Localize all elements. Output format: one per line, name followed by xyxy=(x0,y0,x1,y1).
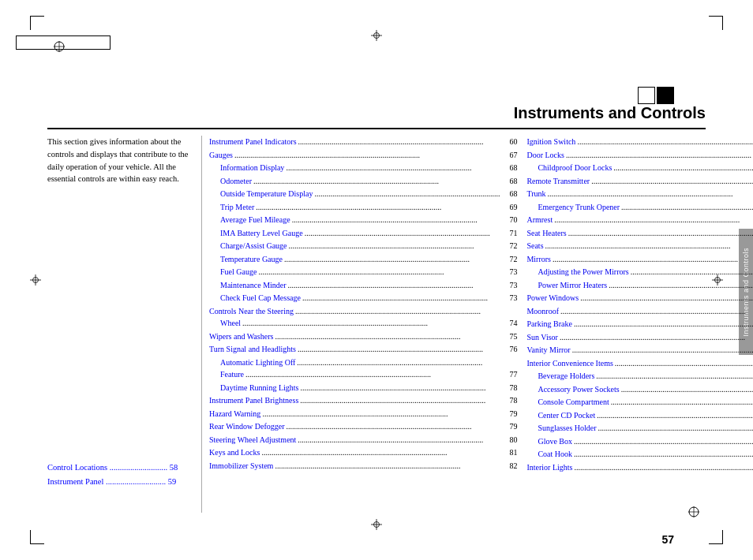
toc-link[interactable]: Turn Signal and Headlights xyxy=(209,343,296,356)
toc-link[interactable]: Center CD Pocket xyxy=(538,409,595,422)
toc-link[interactable]: Information Display xyxy=(220,162,284,174)
toc-entry: Sun Visor99 xyxy=(526,331,753,345)
toc-link[interactable]: Power Windows xyxy=(526,292,579,304)
toc-link[interactable]: Interior Lights xyxy=(526,461,572,474)
toc-entry: Keys and Locks81 xyxy=(209,446,517,460)
toc-entry: Gauges67 xyxy=(209,149,517,162)
toc-entry: Fuel Gauge73 xyxy=(209,266,517,279)
toc-entry: Emergency Trunk Opener89 xyxy=(526,201,753,215)
toc-link[interactable]: Adjusting the Power Mirrors xyxy=(538,266,628,278)
toc-link[interactable]: Door Locks xyxy=(526,149,564,162)
toc-entry: Feature77 xyxy=(209,368,517,382)
toc-entry: Adjusting the Power Mirrors93 xyxy=(526,266,753,279)
toc-entry: Center CD Pocket101 xyxy=(526,409,753,423)
toc-link[interactable]: Temperature Gauge xyxy=(220,253,283,266)
toc-entry: Temperature Gauge72 xyxy=(209,253,517,267)
toc-link[interactable]: Coat Hook xyxy=(538,448,572,461)
toc-entry: Average Fuel Mileage70 xyxy=(209,214,517,227)
toc-entry: Charge/Assist Gauge72 xyxy=(209,240,517,253)
toc-entry: Glove Box102 xyxy=(526,435,753,449)
toc-entry: Turn Signal and Headlights76 xyxy=(209,343,517,357)
header-rule xyxy=(47,128,706,129)
toc-link[interactable]: Odometer xyxy=(220,175,252,188)
toc-link[interactable]: Automatic Lighting Off xyxy=(220,357,295,369)
toc-link[interactable]: Daytime Running Lights xyxy=(220,382,298,394)
cross-left xyxy=(30,274,41,286)
toc-link[interactable]: Power Mirror Heaters xyxy=(538,279,607,292)
toc-link[interactable]: Moonroof xyxy=(526,305,559,318)
toc-link[interactable]: IMA Battery Level Gauge xyxy=(220,227,303,240)
toc-entry: Odometer68 xyxy=(209,175,517,189)
toc-link[interactable]: Instrument Panel Brightness xyxy=(209,394,298,407)
toc-link[interactable]: Outside Temperature Display xyxy=(220,188,313,200)
toc-entry: Outside Temperature Display68 xyxy=(209,188,517,201)
toc-link[interactable]: Steering Wheel Adjustment xyxy=(209,434,296,446)
toc-link[interactable]: Average Fuel Mileage xyxy=(220,214,290,226)
toc-entry: Rear Window Defogger79 xyxy=(209,420,517,434)
toc-entry: Maintenance Minder73 xyxy=(209,279,517,293)
toc-entry: Accessory Power Sockets100 xyxy=(526,383,753,397)
chapter-box-1 xyxy=(638,87,655,104)
toc-link[interactable]: Hazard Warning xyxy=(209,408,260,420)
toc-link[interactable]: Check Fuel Cap Message xyxy=(220,292,301,304)
toc-entry: Power Mirror Heaters94 xyxy=(526,279,753,293)
toc-link[interactable]: Immobilizer System xyxy=(209,460,273,472)
toc-link[interactable]: Childproof Door Locks xyxy=(538,162,612,174)
toc-entry: Hazard Warning79 xyxy=(209,408,517,421)
toc-link[interactable]: Gauges xyxy=(209,149,233,162)
toc-entry: Seat Heaters90 xyxy=(526,227,753,241)
chapter-icon xyxy=(638,87,674,104)
toc-link[interactable]: Ignition Switch xyxy=(526,136,575,148)
toc-link[interactable]: Wheel xyxy=(220,317,241,330)
toc-link[interactable]: Seat Heaters xyxy=(526,227,566,240)
toc-link[interactable]: Vanity Mirror xyxy=(526,344,570,357)
toc-entry: Immobilizer System82 xyxy=(209,460,517,473)
toc-link[interactable]: Accessory Power Sockets xyxy=(538,383,619,396)
toc-link[interactable]: Emergency Trunk Opener xyxy=(538,201,620,214)
toc-area: Instrument Panel Indicators60 Gauges67 I… xyxy=(209,136,706,513)
toc-link[interactable]: Console Compartment xyxy=(538,396,609,409)
toc-link[interactable]: Mirrors xyxy=(526,253,551,266)
toc-entry: Parking Brake98 xyxy=(526,318,753,331)
toc-link[interactable]: Maintenance Minder xyxy=(220,279,287,292)
page-number: 57 xyxy=(661,533,674,546)
toc-entry: Check Fuel Cap Message73 xyxy=(209,292,517,305)
toc-link[interactable]: Trunk xyxy=(526,188,545,200)
toc-link[interactable]: Instrument Panel Indicators xyxy=(209,136,297,148)
toc-link[interactable]: Glove Box xyxy=(538,435,572,448)
toc-link[interactable]: Fuel Gauge xyxy=(220,266,257,278)
toc-entry: Automatic Lighting Off xyxy=(209,357,517,369)
toc-link[interactable]: Keys and Locks xyxy=(209,446,260,459)
toc-entry: Daytime Running Lights78 xyxy=(209,382,517,395)
toc-link[interactable]: Beverage Holders xyxy=(538,370,594,383)
toc-link[interactable]: Seats xyxy=(526,240,543,252)
toc-link[interactable]: Armrest xyxy=(526,214,553,226)
toc-link[interactable]: Trip Meter xyxy=(220,201,254,214)
toc-link[interactable]: Parking Brake xyxy=(526,318,572,330)
toc-col-left: Instrument Panel Indicators60 Gauges67 I… xyxy=(209,136,517,513)
toc-entry: Armrest89 xyxy=(526,214,753,227)
toc-link[interactable]: Wipers and Washers xyxy=(209,330,273,343)
toc-entry: Wheel74 xyxy=(209,317,517,330)
toc-entry: Trunk88 xyxy=(526,188,753,201)
control-locations-link[interactable]: Control Locations ......................… xyxy=(47,461,189,475)
toc-entry: Information Display68 xyxy=(209,162,517,175)
toc-link[interactable]: Rear Window Defogger xyxy=(209,420,285,433)
toc-link[interactable]: Charge/Assist Gauge xyxy=(220,240,287,252)
toc-link[interactable]: Sunglasses Holder xyxy=(538,422,596,435)
toc-link[interactable]: Controls Near the Steering xyxy=(209,305,294,318)
cross-bottom xyxy=(371,519,382,530)
chapter-title: Instruments and Controls xyxy=(514,104,706,122)
toc-entry: Door Locks84 xyxy=(526,149,753,162)
chapter-box-2 xyxy=(657,87,674,104)
toc-link[interactable]: Sun Visor xyxy=(526,331,558,344)
chapter-number-box xyxy=(16,35,111,50)
toc-entry: Wipers and Washers75 xyxy=(209,330,517,344)
toc-link[interactable]: Feature xyxy=(220,368,244,381)
corner-bracket-br xyxy=(709,530,723,544)
toc-link[interactable]: Interior Convenience Items xyxy=(526,357,613,370)
instrument-panel-link[interactable]: Instrument Panel .......................… xyxy=(47,475,189,489)
toc-entry: IMA Battery Level Gauge71 xyxy=(209,227,517,241)
toc-link[interactable]: Remote Transmitter xyxy=(526,175,590,188)
toc-entry: Ignition Switch83 xyxy=(526,136,753,149)
